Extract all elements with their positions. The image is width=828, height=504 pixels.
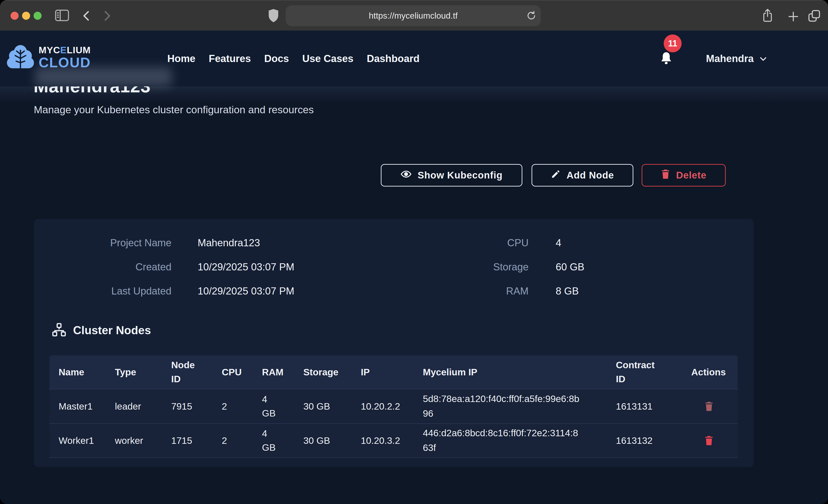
nav-link-docs[interactable]: Docs <box>264 53 289 64</box>
detail-created: Created 10/29/2025 03:07 PM <box>34 261 294 273</box>
nav-link-features[interactable]: Features <box>209 53 251 64</box>
url-text: https://myceliumcloud.tf <box>369 11 458 21</box>
logo-wordmark-line1: MYCELIUM <box>39 45 91 55</box>
column-header-storage: Storage <box>294 367 351 378</box>
cell-cpu: 2 <box>213 435 253 446</box>
cell-ram: 4 GB <box>253 427 294 455</box>
cell-mycelium-ip: 5d8:78ea:a120:f40c:ff0f:a5fe:99e6:8b96 <box>414 392 607 421</box>
back-icon[interactable] <box>80 10 93 23</box>
cluster-details-panel: Project Name Mahendra123 Created 10/29/2… <box>34 219 754 467</box>
trash-icon <box>661 169 670 181</box>
nav-link-use-cases[interactable]: Use Cases <box>302 53 354 64</box>
user-name: Mahendra <box>706 53 754 64</box>
nav-link-dashboard[interactable]: Dashboard <box>367 53 420 64</box>
delete-node-button[interactable] <box>704 435 713 446</box>
network-hierarchy-icon <box>52 323 66 338</box>
share-icon[interactable] <box>761 8 774 24</box>
reload-icon[interactable] <box>526 10 537 22</box>
detail-label: Project Name <box>34 237 171 249</box>
cell-storage: 30 GB <box>294 401 351 412</box>
nav-links: Home Features Docs Use Cases Dashboard <box>167 31 420 86</box>
cell-node-id: 1715 <box>162 435 213 446</box>
chevron-down-icon <box>759 54 768 64</box>
detail-ram: RAM 8 GB <box>409 285 579 297</box>
column-header-ip: IP <box>351 367 414 378</box>
nav-link-home[interactable]: Home <box>167 53 195 64</box>
cell-ip: 10.20.2.2 <box>351 401 414 412</box>
tab-overview-icon[interactable] <box>808 9 821 23</box>
logo-tree-icon <box>6 44 35 71</box>
detail-value: 60 GB <box>556 261 584 273</box>
cell-name: Master1 <box>49 401 106 412</box>
detail-cpu: CPU 4 <box>409 237 561 249</box>
show-kubeconfig-button[interactable]: Show Kubeconfig <box>381 164 522 186</box>
privacy-shield-icon[interactable] <box>267 9 280 24</box>
detail-value: 10/29/2025 03:07 PM <box>198 285 294 297</box>
new-tab-icon[interactable] <box>787 10 800 24</box>
detail-value: 10/29/2025 03:07 PM <box>198 261 294 273</box>
browser-window: https://myceliumcloud.tf <box>0 0 828 504</box>
close-window-button[interactable] <box>10 12 18 20</box>
cell-ram: 4 GB <box>253 392 294 421</box>
notifications-button[interactable]: 11 <box>659 35 694 80</box>
cell-node-id: 7915 <box>162 401 213 412</box>
detail-value: Mahendra123 <box>198 237 260 249</box>
cell-mycelium-ip: 446:d2a6:8bcd:8c16:ff0f:72e2:3114:863f <box>414 426 607 455</box>
page-subtitle: Manage your Kubernetes cluster configura… <box>34 104 314 116</box>
detail-value: 4 <box>556 237 561 249</box>
minimize-window-button[interactable] <box>22 12 30 20</box>
cell-contract-id: 1613132 <box>607 435 680 446</box>
table-header-row: Name Type Node ID CPU RAM Storage IP Myc… <box>49 355 738 389</box>
detail-project-name: Project Name Mahendra123 <box>34 237 260 249</box>
column-header-mycelium-ip: Mycelium IP <box>414 367 607 378</box>
blurred-redaction-patch <box>35 67 172 86</box>
detail-label: RAM <box>409 285 529 297</box>
bell-icon <box>659 51 673 67</box>
detail-last-updated: Last Updated 10/29/2025 03:07 PM <box>34 285 294 297</box>
cluster-nodes-table: Name Type Node ID CPU RAM Storage IP Myc… <box>49 355 738 458</box>
cluster-nodes-heading: Cluster Nodes <box>52 323 151 338</box>
detail-value: 8 GB <box>556 285 579 297</box>
notification-count-badge: 11 <box>664 35 681 52</box>
browser-toolbar: https://myceliumcloud.tf <box>0 0 828 31</box>
cell-contract-id: 1613131 <box>607 401 680 412</box>
zoom-window-button[interactable] <box>34 12 42 20</box>
detail-label: Storage <box>409 261 529 273</box>
column-header-cpu: CPU <box>213 367 253 378</box>
column-header-type: Type <box>106 367 162 378</box>
column-header-contract-id: Contract ID <box>607 358 680 386</box>
cell-type: leader <box>106 401 162 412</box>
sidebar-toggle-icon[interactable] <box>55 9 70 22</box>
add-node-button[interactable]: Add Node <box>532 164 633 186</box>
cell-storage: 30 GB <box>294 435 351 446</box>
detail-label: Created <box>34 261 171 273</box>
table-row: Worker1 worker 1715 2 4 GB 30 GB 10.20.3… <box>49 423 738 458</box>
user-menu[interactable]: Mahendra <box>706 31 768 86</box>
detail-storage: Storage 60 GB <box>409 261 584 273</box>
column-header-name: Name <box>49 367 106 378</box>
column-header-node-id: Node ID <box>162 358 213 386</box>
cell-cpu: 2 <box>213 401 253 412</box>
cell-ip: 10.20.3.2 <box>351 435 414 446</box>
window-controls <box>10 12 42 20</box>
column-header-ram: RAM <box>253 367 294 378</box>
cell-name: Worker1 <box>49 435 106 446</box>
cell-type: worker <box>106 435 162 446</box>
detail-label: CPU <box>409 237 529 249</box>
cell-actions <box>680 401 738 411</box>
delete-node-button[interactable] <box>704 401 713 411</box>
pencil-icon <box>551 169 561 181</box>
eye-icon <box>401 169 412 182</box>
detail-label: Last Updated <box>34 285 171 297</box>
url-bar[interactable]: https://myceliumcloud.tf <box>286 5 541 26</box>
delete-cluster-button[interactable]: Delete <box>641 164 726 186</box>
column-header-actions: Actions <box>680 367 738 378</box>
table-row: Master1 leader 7915 2 4 GB 30 GB 10.20.2… <box>49 389 738 423</box>
cell-actions <box>680 435 738 446</box>
forward-icon[interactable] <box>101 10 113 23</box>
